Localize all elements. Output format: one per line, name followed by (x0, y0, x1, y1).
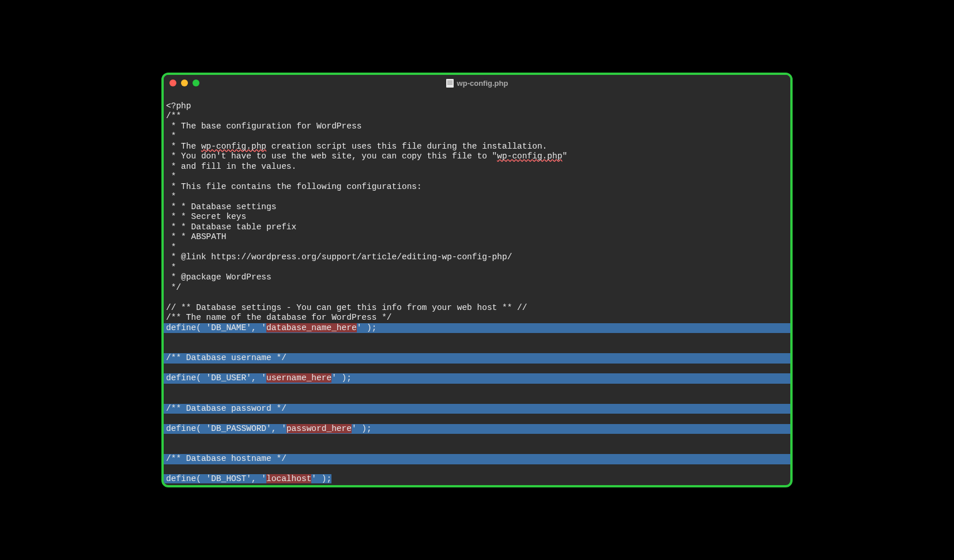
code-line: /** The name of the database for WordPre… (164, 313, 392, 322)
code-line: * (164, 243, 176, 252)
highlighted-value: username_here (266, 373, 331, 383)
titlebar: wp-config.php (164, 75, 790, 91)
selected-line: define( 'DB_NAME', 'database_name_here' … (164, 323, 790, 334)
selected-line: /** Database password */ (164, 404, 790, 414)
selected-line-partial: define( 'DB_HOST', 'localhost' ); (164, 474, 790, 485)
editor-window: wp-config.php <?php /** * The base confi… (161, 73, 793, 487)
close-button[interactable] (169, 80, 176, 86)
code-line: * * ABSPATH (164, 232, 226, 241)
code-line: // ** Database settings - You can get th… (164, 303, 527, 312)
code-line: * and fill in the values. (164, 162, 296, 171)
code-line: * (164, 192, 176, 201)
code-line: * * Database settings (164, 202, 276, 211)
code-line: * This file contains the following confi… (164, 182, 422, 191)
highlighted-value: localhost (266, 474, 311, 483)
code-line: * * Secret keys (164, 212, 246, 221)
code-line: * (164, 263, 176, 272)
code-line: * The wp-config.php creation script uses… (164, 142, 547, 151)
code-line (164, 293, 166, 302)
code-line: * You don't have to use the web site, yo… (164, 152, 567, 161)
highlighted-value: password_here (286, 424, 352, 433)
selected-line: /** Database hostname */ (164, 454, 790, 464)
code-line: * (164, 131, 176, 141)
minimize-button[interactable] (181, 80, 188, 86)
code-line: * @link https://wordpress.org/support/ar… (164, 252, 512, 262)
code-line: <?php (164, 101, 191, 111)
code-line: * The base configuration for WordPress (164, 122, 361, 131)
title-center: wp-config.php (164, 79, 790, 88)
code-line: * * Database table prefix (164, 222, 296, 232)
highlighted-value: database_name_here (266, 323, 357, 332)
selected-line: define( 'DB_PASSWORD', 'password_here' )… (164, 424, 790, 434)
maximize-button[interactable] (193, 80, 199, 86)
selected-line: /** Database username */ (164, 353, 790, 364)
code-line: * @package WordPress (164, 273, 272, 282)
code-line: * (164, 172, 176, 181)
traffic-lights (169, 80, 199, 86)
code-editor[interactable]: <?php /** * The base configuration for W… (164, 91, 790, 485)
code-line: /** (164, 111, 181, 120)
selected-line: define( 'DB_USER', 'username_here' ); (164, 373, 790, 384)
code-line: */ (164, 283, 181, 292)
window-title: wp-config.php (457, 79, 508, 88)
file-icon (446, 79, 454, 88)
spellcheck-underline: wp-config.php (201, 142, 266, 151)
spellcheck-underline: wp-config.php (497, 152, 562, 161)
